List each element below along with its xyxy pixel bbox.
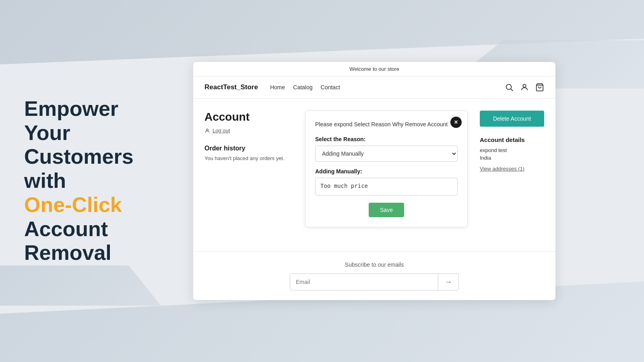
logout-link[interactable]: Log out — [204, 128, 293, 134]
announcement-bar: Welcome to our store — [193, 62, 555, 76]
promo-line4: Removal — [24, 241, 111, 264]
account-details-section: Delete Account Account details expond te… — [480, 111, 544, 239]
subscribe-title: Subscribe to our emails — [204, 261, 544, 268]
svg-line-1 — [511, 89, 513, 91]
store-logo[interactable]: ReactTest_Store — [204, 83, 258, 91]
account-icon[interactable] — [520, 83, 529, 92]
store-nav: Home Catalog Contact — [270, 84, 340, 90]
svg-point-2 — [523, 84, 526, 87]
reason-textarea[interactable]: Too much price — [315, 178, 458, 195]
store-window: Welcome to our store ReactTest_Store Hom… — [193, 62, 555, 300]
adding-manually-label: Adding Manually: — [315, 168, 458, 175]
subscribe-email-input[interactable] — [290, 274, 438, 290]
delete-account-button[interactable]: Delete Account — [480, 111, 544, 127]
account-name: expond test — [480, 147, 544, 153]
nav-home[interactable]: Home — [270, 84, 285, 90]
account-section: Account Log out Order history You haven'… — [204, 111, 293, 239]
modal-close-button[interactable]: × — [450, 117, 462, 128]
account-country: India — [480, 155, 544, 161]
select-reason-label: Select the Reason: — [315, 136, 458, 142]
promo-highlight: One-Click — [24, 193, 122, 216]
subscribe-section: Subscribe to our emails → — [193, 251, 555, 300]
modal-title: Please expond Select Reason Why Remove A… — [315, 121, 458, 129]
promo-line1: Empower Your — [24, 97, 118, 144]
promo-title: Empower Your Customers with One-Click Ac… — [24, 97, 161, 265]
nav-contact[interactable]: Contact — [321, 84, 340, 90]
modal-overlay: × Please expond Select Reason Why Remove… — [305, 111, 468, 239]
logout-icon — [204, 128, 210, 134]
promo-line2: Customers with — [24, 145, 134, 192]
account-details-title: Account details — [480, 136, 544, 143]
promo-section: Empower Your Customers with One-Click Ac… — [16, 89, 169, 274]
svg-point-4 — [206, 129, 208, 131]
subscribe-form: → — [290, 274, 459, 290]
page-wrapper: Empower Your Customers with One-Click Ac… — [0, 0, 644, 362]
announcement-text: Welcome to our store — [349, 66, 399, 72]
store-main: Account Log out Order history You haven'… — [193, 99, 555, 251]
account-title: Account — [204, 111, 293, 123]
logout-text: Log out — [213, 128, 230, 134]
order-history-empty: You haven't placed any orders yet. — [204, 155, 293, 161]
store-header: ReactTest_Store Home Catalog Contact — [193, 76, 555, 99]
svg-point-0 — [506, 84, 512, 90]
modal-box: × Please expond Select Reason Why Remove… — [305, 111, 468, 227]
save-button[interactable]: Save — [369, 203, 404, 217]
search-icon[interactable] — [505, 83, 514, 92]
view-addresses-link[interactable]: View addresses (1) — [480, 166, 524, 172]
promo-line3: Account — [24, 217, 108, 241]
subscribe-submit-button[interactable]: → — [438, 274, 458, 290]
nav-catalog[interactable]: Catalog — [293, 84, 312, 90]
cart-icon[interactable] — [535, 83, 544, 92]
order-history-title: Order history — [204, 145, 293, 152]
reason-select[interactable]: Adding Manually Too expensive Bad servic… — [315, 146, 458, 162]
header-icons — [505, 83, 544, 92]
